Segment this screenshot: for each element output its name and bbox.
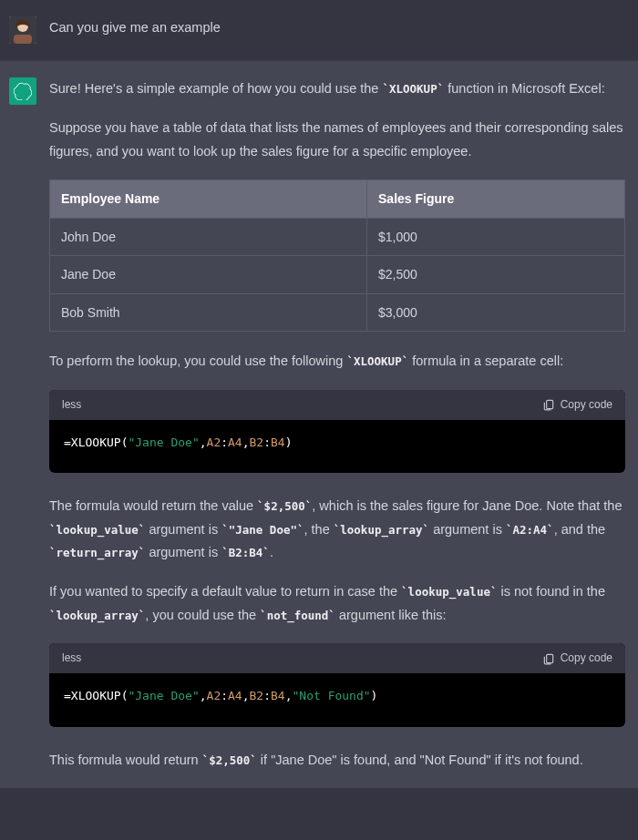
clipboard-icon xyxy=(542,398,555,411)
inline-code: `return_array` xyxy=(49,546,145,559)
inline-code: `lookup_value` xyxy=(401,585,497,599)
inline-code: `lookup_value` xyxy=(49,523,145,537)
inline-code: `$2,500` xyxy=(257,499,312,513)
assistant-content: Sure! Here's a simple example of how you… xyxy=(49,77,625,772)
table-header: Employee Name xyxy=(50,180,367,219)
table-header: Sales Figure xyxy=(367,180,625,219)
code-lang-label: less xyxy=(62,649,81,668)
user-text: Can you give me an example xyxy=(49,16,625,44)
assistant-avatar xyxy=(9,77,36,105)
code-header: less Copy code xyxy=(49,643,625,673)
copy-code-button[interactable]: Copy code xyxy=(542,649,612,668)
paragraph: This formula would return `$2,500` if "J… xyxy=(49,749,625,772)
code-block: less Copy code =XLOOKUP("Jane Doe",A2:A4… xyxy=(49,643,625,727)
inline-code: `lookup_array` xyxy=(334,523,429,537)
code-header: less Copy code xyxy=(49,390,625,420)
copy-code-button[interactable]: Copy code xyxy=(542,395,612,415)
assistant-message: Sure! Here's a simple example of how you… xyxy=(0,60,638,788)
inline-code: `XLOOKUP` xyxy=(382,82,444,96)
code-content[interactable]: =XLOOKUP("Jane Doe",A2:A4,B2:B4,"Not Fou… xyxy=(49,673,625,727)
code-lang-label: less xyxy=(62,395,81,415)
paragraph: The formula would return the value `$2,5… xyxy=(49,495,625,564)
table-row: Jane Doe$2,500 xyxy=(50,256,625,294)
svg-rect-4 xyxy=(546,654,552,662)
inline-code: `A2:A4` xyxy=(506,523,554,537)
inline-code: `$2,500` xyxy=(202,753,257,767)
table-row: Bob Smith$3,000 xyxy=(50,293,625,332)
table-row: John Doe$1,000 xyxy=(50,218,625,256)
inline-code: `"Jane Doe"` xyxy=(221,523,304,537)
data-table: Employee Name Sales Figure John Doe$1,00… xyxy=(49,179,625,332)
user-message: Can you give me an example xyxy=(0,0,638,60)
inline-code: `lookup_array` xyxy=(49,609,145,622)
svg-rect-2 xyxy=(14,35,32,44)
paragraph: To perform the lookup, you could use the… xyxy=(49,350,625,373)
inline-code: `not_found` xyxy=(260,609,335,622)
paragraph: If you wanted to specify a default value… xyxy=(49,580,625,627)
inline-code: `XLOOKUP` xyxy=(346,354,408,368)
paragraph: Suppose you have a table of data that li… xyxy=(49,117,625,163)
code-content[interactable]: =XLOOKUP("Jane Doe",A2:A4,B2:B4) xyxy=(49,420,625,474)
clipboard-icon xyxy=(542,652,555,665)
inline-code: `B2:B4` xyxy=(221,546,270,559)
code-block: less Copy code =XLOOKUP("Jane Doe",A2:A4… xyxy=(49,390,625,474)
paragraph: Sure! Here's a simple example of how you… xyxy=(49,77,625,100)
svg-rect-3 xyxy=(546,400,552,408)
user-avatar xyxy=(9,16,36,44)
